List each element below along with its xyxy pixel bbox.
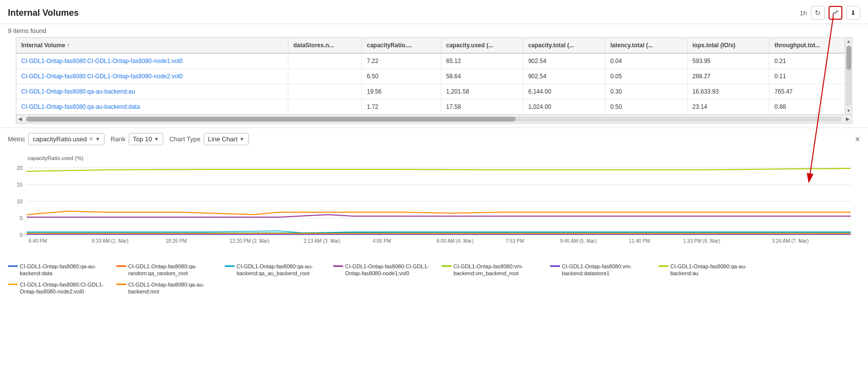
download-icon[interactable]: ⬇	[846, 6, 860, 20]
hscroll-thumb	[26, 117, 516, 122]
svg-text:4:06 PM: 4:06 PM	[373, 238, 391, 244]
legend-item: CI-GDL1-Ontap-fas8080:vm-backend:vm_back…	[442, 263, 540, 277]
table-row: CI-GDL1-Ontap-fas8080:CI-GDL1-Ontap-fas8…	[16, 69, 852, 84]
chart-type-pill[interactable]: Line Chart ▼	[204, 133, 249, 145]
cell-datastores	[288, 84, 361, 99]
cell-datastores	[288, 69, 361, 84]
rank-label: Rank	[110, 135, 125, 143]
vertical-scrollbar[interactable]: ▲ ▼	[845, 38, 852, 114]
scroll-right-arrow[interactable]: ▶	[844, 115, 852, 123]
legend-color-swatch	[225, 265, 235, 267]
legend-item: CI-GDL1-Ontap-fas8080:qa-au-backend:data	[8, 263, 106, 277]
cell-name: CI-GDL1-Ontap-fas8080:qa-au-backend:data	[16, 99, 288, 115]
legend-item: CI-GDL1-Ontap-fas8080:qa-au-backend:au	[659, 263, 757, 277]
page-header: Internal Volumes 1h ↻ ⬇	[0, 0, 868, 24]
table-container: Internal Volume ↑ dataStores.n... capaci…	[16, 37, 852, 115]
svg-text:3:26 AM (7. Mar): 3:26 AM (7. Mar)	[772, 238, 808, 244]
cell-capacity-used: 17.58	[441, 99, 523, 115]
legend-label: CI-GDL1-Ontap-fas8080:qa-au-backend:mnt	[128, 281, 215, 295]
svg-text:11:40 PM: 11:40 PM	[629, 238, 650, 244]
chart-legend: CI-GDL1-Ontap-fas8080:qa-au-backend:data…	[0, 258, 868, 300]
metric-clear-button[interactable]: ✕	[89, 136, 93, 142]
cell-capacity-used: 58.64	[441, 69, 523, 84]
table-row: CI-GDL1-Ontap-fas8080:qa-au-backend:au 1…	[16, 84, 852, 99]
svg-text:2:13 AM (3. Mar): 2:13 AM (3. Mar)	[304, 238, 340, 244]
cell-capacity-total: 6,144.00	[523, 84, 605, 99]
chart-type-dropdown-arrow[interactable]: ▼	[240, 136, 244, 142]
legend-color-swatch	[116, 265, 126, 267]
vscroll-track	[846, 46, 851, 106]
svg-text:1:33 PM (6. Mar): 1:33 PM (6. Mar)	[683, 238, 720, 244]
cell-throughput: 0.11	[769, 69, 852, 84]
metric-dropdown-arrow[interactable]: ▼	[95, 136, 100, 142]
col-header-datastores: dataStores.n...	[288, 38, 361, 53]
cell-datastores	[288, 99, 361, 115]
table-wrapper: Internal Volume ↑ dataStores.n... capaci…	[8, 37, 860, 124]
rank-pill[interactable]: Top 10 ▼	[129, 133, 164, 145]
cell-capacity-total: 902.54	[523, 69, 605, 84]
legend-item: CI-GDL1-Ontap-fas8080:CI-GDL1-Ontap-fas8…	[8, 281, 106, 295]
rank-dropdown-arrow[interactable]: ▼	[154, 136, 159, 142]
cell-capacity-ratio: 6.50	[362, 69, 441, 84]
svg-text:9:46 AM (5. Mar): 9:46 AM (5. Mar)	[560, 238, 596, 244]
legend-color-swatch	[659, 265, 668, 267]
vscroll-thumb	[846, 46, 851, 70]
chart-close-button[interactable]: ×	[855, 135, 860, 144]
cell-latency: 0.04	[605, 53, 688, 69]
col-header-iops: iops.total (IO/s)	[687, 38, 769, 53]
legend-item: CI-GDL1-Ontap-fas8080:CI-GDL1-Ontap-fas8…	[333, 263, 432, 277]
cell-throughput: 0.21	[769, 53, 852, 69]
legend-color-swatch	[442, 265, 451, 267]
cell-iops: 288.27	[687, 69, 769, 84]
scroll-up-arrow[interactable]: ▲	[845, 38, 852, 45]
col-header-throughput: throughput.tot...	[769, 38, 852, 53]
cell-capacity-total: 1,024.00	[523, 99, 605, 115]
svg-text:7:53 PM: 7:53 PM	[506, 238, 524, 244]
chart-svg: 20 15 10 5 0 6:40 PM 8:33 AM (1. Mar) 10…	[8, 163, 856, 252]
legend-color-swatch	[550, 265, 560, 267]
cell-capacity-ratio: 1.72	[362, 99, 441, 115]
refresh-icon[interactable]: ↻	[811, 6, 825, 20]
metric-value: capacityRatio.used	[33, 135, 87, 143]
cell-name: CI-GDL1-Ontap-fas8080:qa-au-backend:au	[16, 84, 288, 99]
horizontal-scrollbar[interactable]: ◀ ▶	[16, 115, 852, 124]
svg-text:6:00 AM (4. Mar): 6:00 AM (4. Mar)	[437, 238, 473, 244]
svg-text:12:20 PM (2. Mar): 12:20 PM (2. Mar)	[230, 238, 270, 244]
metric-control: Metric capacityRatio.used ✕ ▼	[8, 133, 104, 145]
data-table: Internal Volume ↑ dataStores.n... capaci…	[16, 38, 852, 114]
scroll-down-arrow[interactable]: ▼	[845, 107, 852, 114]
chart-controls: Metric capacityRatio.used ✕ ▼ Rank Top 1…	[0, 128, 868, 150]
col-header-capacity-used: capacity.used (...	[441, 38, 523, 53]
cell-latency: 0.05	[605, 69, 688, 84]
legend-label: CI-GDL1-Ontap-fas8080:qa-random:qa_rando…	[128, 263, 215, 277]
cell-latency: 0.50	[605, 99, 688, 115]
col-header-capacity-ratio: capacityRatio....	[362, 38, 441, 53]
legend-color-swatch	[116, 284, 126, 285]
metric-pill[interactable]: capacityRatio.used ✕ ▼	[28, 133, 104, 145]
page-title: Internal Volumes	[8, 8, 79, 18]
cell-capacity-total: 902.54	[523, 53, 605, 69]
cell-iops: 23.14	[687, 99, 769, 115]
cell-capacity-used: 65.12	[441, 53, 523, 69]
col-header-latency: latency.total (...	[605, 38, 688, 53]
chart-svg-container: 20 15 10 5 0 6:40 PM 8:33 AM (1. Mar) 10…	[8, 163, 860, 253]
legend-item: CI-GDL1-Ontap-fas8080:vm-backend:datasto…	[550, 263, 649, 277]
cell-throughput: 765.47	[769, 84, 852, 99]
svg-text:8:33 AM (1. Mar): 8:33 AM (1. Mar)	[92, 238, 128, 244]
chart-type-label: Chart Type	[169, 135, 200, 143]
col-header-capacity-total: capacity.total (...	[523, 38, 605, 53]
cell-throughput: 0.88	[769, 99, 852, 115]
svg-text:15: 15	[17, 182, 23, 188]
legend-label: CI-GDL1-Ontap-fas8080:qa-au-backend:au	[670, 263, 757, 277]
table-row: CI-GDL1-Ontap-fas8080:qa-au-backend:data…	[16, 99, 852, 115]
page-wrapper: Internal Volumes 1h ↻ ⬇ 9 items found In…	[0, 0, 868, 385]
chart-type-value: Line Chart	[208, 135, 238, 143]
table-header-row: Internal Volume ↑ dataStores.n... capaci…	[16, 38, 852, 53]
chart-icon[interactable]	[829, 6, 842, 20]
metric-label: Metric	[8, 135, 25, 143]
col-header-name: Internal Volume ↑	[16, 38, 288, 53]
chart-type-control: Chart Type Line Chart ▼	[169, 133, 248, 145]
cell-capacity-used: 1,201.58	[441, 84, 523, 99]
legend-label: CI-GDL1-Ontap-fas8080:CI-GDL1-Ontap-fas8…	[20, 281, 106, 295]
scroll-left-arrow[interactable]: ◀	[16, 115, 24, 123]
